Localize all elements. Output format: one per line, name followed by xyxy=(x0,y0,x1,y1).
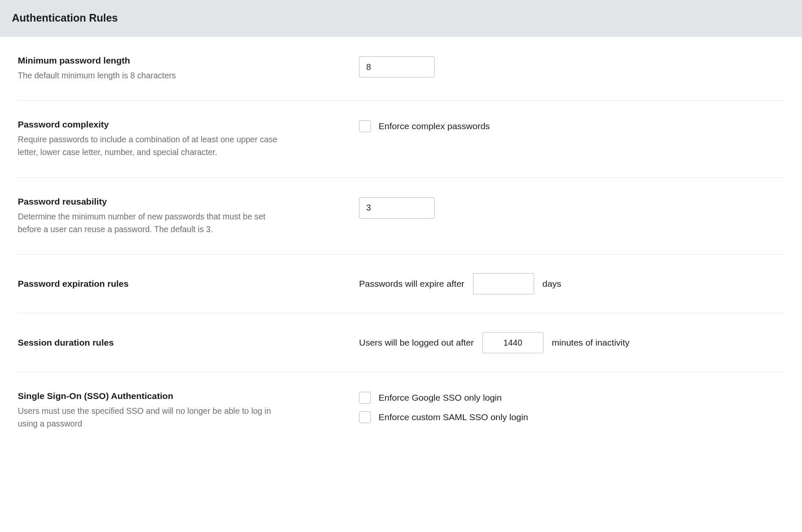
expire-suffix-text: days xyxy=(543,279,561,289)
session-suffix-text: minutes of inactivity xyxy=(552,338,629,348)
checkbox-label: Enforce complex passwords xyxy=(379,121,490,131)
field-control: Enforce complex passwords xyxy=(359,119,784,132)
field-desc: Users must use the specified SSO and wil… xyxy=(18,405,289,430)
field-control xyxy=(359,197,784,219)
row-min-password-length: Minimum password length The default mini… xyxy=(18,37,784,101)
row-password-reusability: Password reusability Determine the minim… xyxy=(18,178,784,255)
password-expire-control: Passwords will expire after days xyxy=(359,273,784,294)
enforce-saml-sso-checkbox[interactable] xyxy=(359,411,371,423)
field-info: Password complexity Require passwords to… xyxy=(18,119,359,158)
field-desc: The default minimum length is 8 characte… xyxy=(18,69,289,82)
field-desc: Require passwords to include a combinati… xyxy=(18,133,289,158)
page-header: Authentication Rules xyxy=(0,0,802,37)
enforce-google-sso-checkbox[interactable] xyxy=(359,392,371,404)
password-expire-days-input[interactable] xyxy=(473,273,534,294)
row-session-duration: Session duration rules Users will be log… xyxy=(18,313,784,372)
field-control xyxy=(359,55,784,78)
field-info: Password reusability Determine the minim… xyxy=(18,197,359,236)
field-title: Session duration rules xyxy=(18,338,317,348)
field-title: Password expiration rules xyxy=(18,279,317,289)
page-title: Authentication Rules xyxy=(12,12,790,24)
field-title: Password complexity xyxy=(18,119,317,130)
checkbox-label: Enforce custom SAML SSO only login xyxy=(379,412,528,422)
enforce-complex-passwords-checkbox[interactable] xyxy=(359,120,371,132)
session-prefix-text: Users will be logged out after xyxy=(359,338,474,348)
field-info: Password expiration rules xyxy=(18,279,359,289)
field-info: Single Sign-On (SSO) Authentication User… xyxy=(18,391,359,430)
field-info: Minimum password length The default mini… xyxy=(18,55,359,82)
enforce-complex-passwords-option[interactable]: Enforce complex passwords xyxy=(359,120,784,132)
field-title: Single Sign-On (SSO) Authentication xyxy=(18,391,317,401)
session-duration-control: Users will be logged out after minutes o… xyxy=(359,332,784,353)
expire-prefix-text: Passwords will expire after xyxy=(359,279,465,289)
enforce-saml-sso-option[interactable]: Enforce custom SAML SSO only login xyxy=(359,411,784,423)
field-desc: Determine the minimum number of new pass… xyxy=(18,210,289,236)
min-password-length-input[interactable] xyxy=(359,56,434,78)
password-reuse-input[interactable] xyxy=(359,197,434,219)
field-title: Password reusability xyxy=(18,197,317,207)
row-sso-authentication: Single Sign-On (SSO) Authentication User… xyxy=(18,372,784,449)
field-control: Passwords will expire after days xyxy=(359,273,784,294)
settings-form: Minimum password length The default mini… xyxy=(0,37,802,449)
row-password-expiration: Password expiration rules Passwords will… xyxy=(18,255,784,313)
checkbox-label: Enforce Google SSO only login xyxy=(379,393,502,403)
field-info: Session duration rules xyxy=(18,338,359,348)
field-control: Enforce Google SSO only login Enforce cu… xyxy=(359,391,784,423)
enforce-google-sso-option[interactable]: Enforce Google SSO only login xyxy=(359,392,784,404)
field-control: Users will be logged out after minutes o… xyxy=(359,332,784,353)
session-duration-input[interactable] xyxy=(482,332,543,353)
field-title: Minimum password length xyxy=(18,55,317,66)
row-password-complexity: Password complexity Require passwords to… xyxy=(18,101,784,177)
